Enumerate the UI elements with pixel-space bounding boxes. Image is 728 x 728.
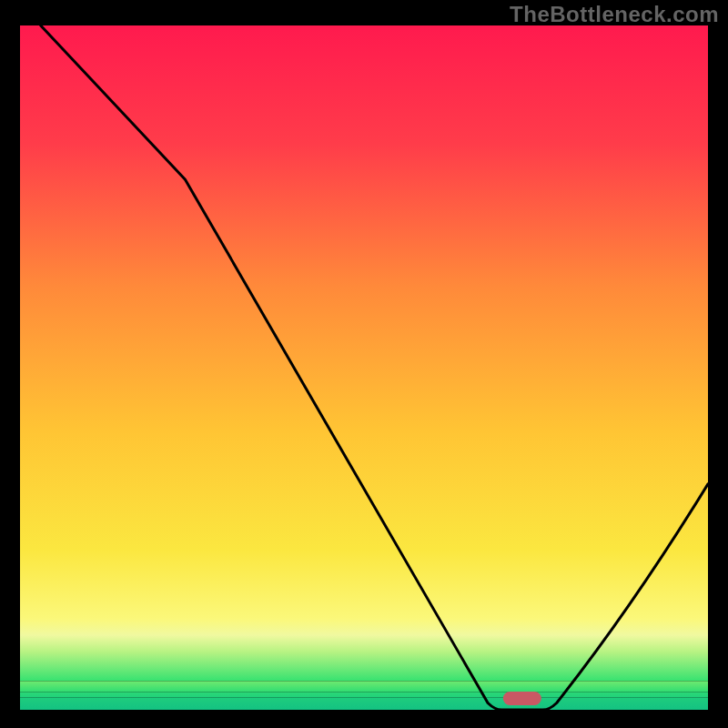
watermark-text: TheBottleneck.com (510, 2, 719, 27)
svg-rect-1 (20, 681, 708, 692)
svg-rect-3 (20, 697, 708, 710)
svg-rect-0 (20, 25, 708, 681)
optimum-marker (503, 692, 541, 705)
chart-background (20, 25, 708, 710)
svg-rect-2 (20, 692, 708, 697)
bottleneck-chart (20, 25, 708, 710)
